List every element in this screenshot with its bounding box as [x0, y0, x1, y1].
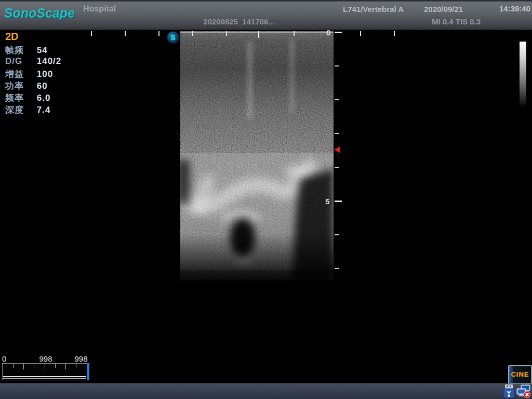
image-filename: 20200825_141706...	[161, 17, 317, 26]
param-row-depth: 深度 7.4	[5, 104, 50, 116]
mi-tis-readout: MI 0.4 TIS 0.3	[426, 17, 486, 26]
param-value: 140/2	[37, 56, 62, 66]
hospital-name: Hospital	[83, 4, 116, 14]
usb-device-icon[interactable]	[503, 384, 514, 398]
param-label: 功率	[5, 80, 33, 92]
cine-mid-label: 998	[35, 354, 56, 363]
cine-track-line	[3, 378, 86, 379]
ruler-tick	[192, 31, 193, 36]
ruler-tick	[360, 31, 361, 36]
clock: 14:39:40	[499, 4, 530, 13]
ruler-tick	[394, 31, 395, 36]
param-value: 60	[37, 81, 48, 91]
param-row-gain: 增益 100	[5, 68, 53, 80]
depth-tick-0	[335, 32, 342, 33]
cine-tick	[13, 364, 14, 368]
cine-tick	[23, 364, 24, 369]
mode-label: 2D	[5, 31, 19, 43]
cine-tick	[65, 364, 66, 369]
param-row-frequency: 频率 6.0	[5, 92, 50, 104]
cine-tick	[34, 364, 34, 368]
param-value: 54	[37, 45, 48, 55]
grayscale-bar	[520, 42, 526, 107]
probe-preset-label: L741/Vertebral A	[343, 5, 404, 14]
depth-tick-5	[335, 201, 342, 202]
param-value: 7.4	[37, 105, 51, 115]
cine-position-indicator[interactable]	[87, 363, 89, 380]
network-disconnected-icon[interactable]	[516, 384, 531, 398]
sonoscape-logo: SonoScape	[4, 6, 75, 21]
cine-start-label: 0	[2, 354, 6, 363]
depth-tick	[335, 268, 339, 269]
depth-tick	[335, 65, 339, 66]
depth-tick	[335, 99, 339, 100]
depth-label-5: 5	[325, 197, 329, 206]
param-row-framerate: 帧频 54	[5, 44, 48, 56]
ruler-tick	[226, 31, 227, 36]
param-label: 深度	[5, 104, 33, 116]
cine-tick	[76, 364, 76, 368]
ruler-tick	[294, 31, 295, 36]
cine-track-line	[3, 376, 86, 377]
cine-button[interactable]: CINE	[508, 365, 532, 384]
param-label: 增益	[5, 68, 33, 80]
param-value: 6.0	[37, 93, 51, 103]
param-label: 频率	[5, 92, 33, 104]
depth-tick	[335, 234, 339, 235]
s-probe-marker-icon: S	[167, 31, 179, 44]
cine-tick	[45, 364, 45, 369]
depth-tick	[335, 133, 339, 134]
cine-end-label: 998	[71, 354, 91, 363]
depth-label-0: 0	[326, 28, 330, 37]
depth-tick	[335, 167, 339, 168]
ruler-tick	[125, 31, 126, 36]
ruler-tick	[158, 31, 159, 36]
focus-arrow-icon[interactable]	[334, 147, 340, 153]
title-bar: SonoScape Hospital L741/Vertebral A 2020…	[0, 0, 532, 30]
param-row-power: 功率 60	[5, 80, 48, 92]
cine-scrollbar[interactable]	[2, 363, 88, 380]
ultrasound-image	[180, 31, 334, 281]
param-label: D/G	[5, 56, 33, 66]
param-row-dg: D/G 140/2	[5, 56, 61, 68]
exam-date: 2020/09/21	[424, 5, 463, 14]
param-value: 100	[37, 69, 53, 79]
system-tray	[503, 384, 531, 398]
taskbar	[0, 383, 532, 399]
ruler-tick	[91, 31, 92, 36]
cine-tick	[55, 364, 56, 368]
ruler-center-tick	[258, 31, 259, 38]
param-label: 帧频	[5, 44, 33, 56]
ultrasound-screen: SonoScape Hospital L741/Vertebral A 2020…	[0, 0, 532, 399]
